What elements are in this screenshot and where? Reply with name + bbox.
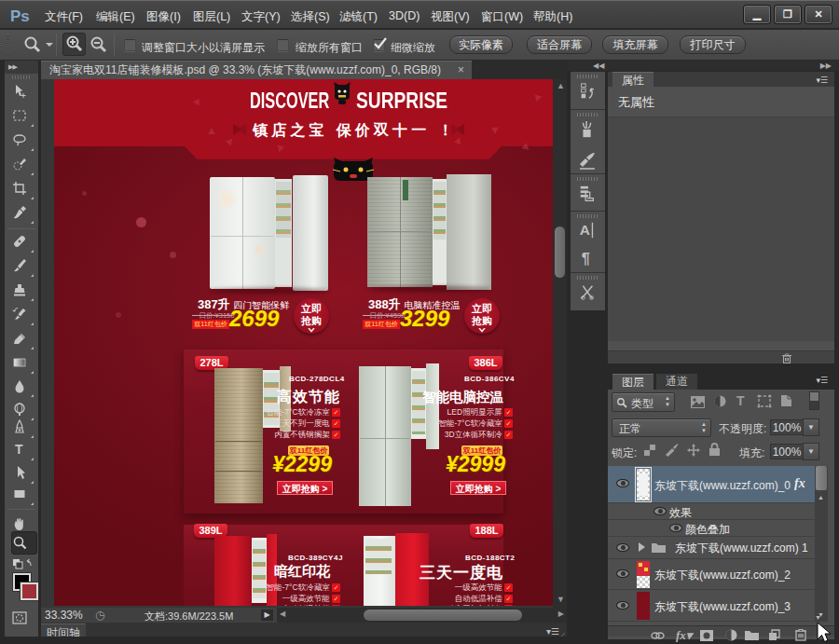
svg-text:¶: ¶ [582, 250, 590, 267]
svg-text:A: A [580, 222, 590, 238]
svg-text:T: T [15, 442, 23, 457]
